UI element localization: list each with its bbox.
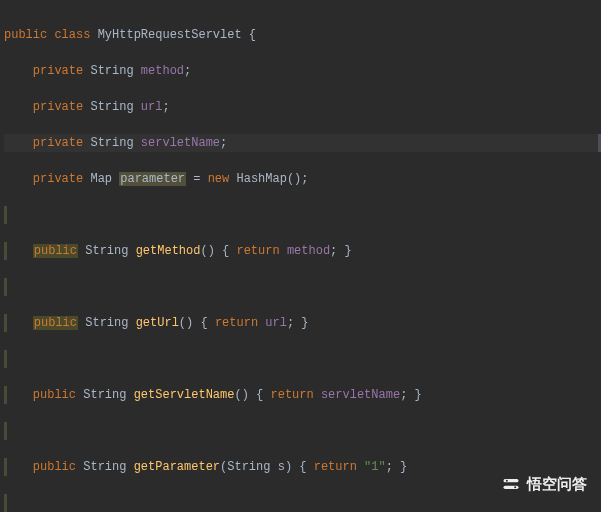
wukong-icon: [501, 474, 521, 494]
watermark-text: 悟空问答: [527, 475, 587, 493]
svg-rect-0: [504, 479, 519, 482]
svg-rect-1: [504, 486, 519, 489]
code-line: [4, 278, 601, 296]
code-line: public class MyHttpRequestServlet {: [4, 26, 601, 44]
code-line: private String url;: [4, 98, 601, 116]
code-line: private Map parameter = new HashMap();: [4, 170, 601, 188]
code-line: private String servletName;: [4, 134, 601, 152]
code-line: [4, 206, 601, 224]
code-line: [4, 350, 601, 368]
code-line: public String getMethod() { return metho…: [4, 242, 601, 260]
code-line: private String method;: [4, 62, 601, 80]
svg-point-2: [506, 480, 508, 482]
watermark: 悟空问答: [501, 474, 587, 494]
code-line: public String getUrl() { return url; }: [4, 314, 601, 332]
code-line: [4, 494, 601, 512]
svg-point-3: [514, 486, 516, 488]
code-line: public String getServletName() { return …: [4, 386, 601, 404]
code-line: [4, 422, 601, 440]
code-editor[interactable]: public class MyHttpRequestServlet { priv…: [0, 0, 601, 512]
